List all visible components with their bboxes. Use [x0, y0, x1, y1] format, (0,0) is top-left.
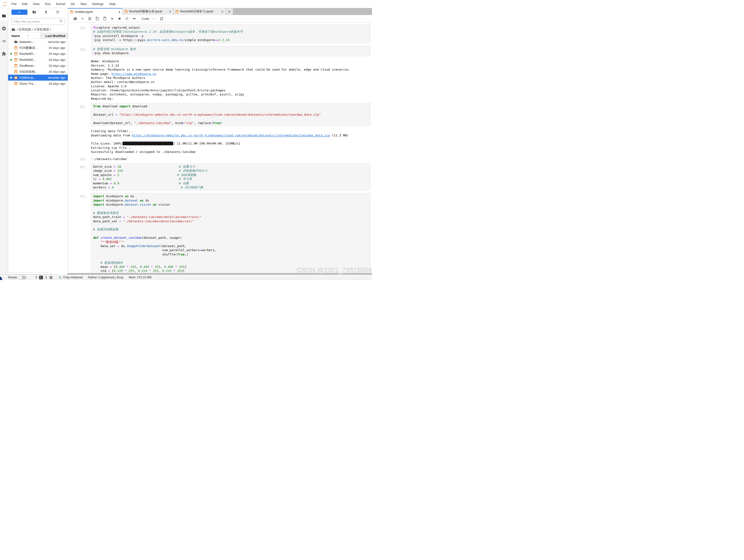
notebook-file-icon — [14, 52, 17, 55]
cell-input-prompt: [2]: — [79, 46, 91, 56]
tab-bar: Untitled.ipynb●ResNet50图像分类.ipynb✕ResNet… — [68, 8, 372, 15]
dirty-indicator: ● — [119, 10, 120, 13]
cell-output-prompt: [3]: — [79, 156, 91, 161]
sort-by-name-header[interactable]: Name — [8, 33, 40, 39]
extensions-icon[interactable] — [0, 49, 8, 58]
file-row[interactable]: FCN图像语...16 days ago — [8, 45, 68, 51]
cut-cell-icon[interactable] — [88, 17, 92, 21]
menu-item-edit[interactable]: Edit — [19, 2, 30, 6]
file-row[interactable]: Vision Tra...16 days ago — [8, 81, 68, 87]
refresh-icon[interactable] — [55, 10, 60, 14]
breadcrumb[interactable]: / 应用实践 / 计算机视觉 / — [8, 26, 68, 33]
file-name: SSD目标检... — [19, 70, 48, 74]
folder-icon[interactable] — [0, 11, 8, 21]
new-tab-button[interactable]: + — [226, 8, 233, 15]
code-cell-input[interactable]: # 查看当前 mindspore 版本!pip show mindspore — [91, 46, 371, 56]
stop-kernel-icon[interactable] — [118, 17, 121, 21]
file-row[interactable]: SSD目标检...16 days ago — [8, 69, 68, 75]
cell-output-prompt — [79, 128, 91, 154]
code-cell-input[interactable]: from download import download dataset_ur… — [91, 103, 371, 126]
lsp-status-text: Fully initialized — [63, 276, 82, 279]
notebook-file-icon — [14, 46, 17, 50]
menu-item-git[interactable]: Git — [68, 2, 77, 6]
file-modified: 16 days ago — [48, 64, 68, 68]
copy-cell-icon[interactable] — [96, 17, 99, 21]
new-launcher-button[interactable]: + — [11, 9, 28, 15]
sort-by-modified-header[interactable]: Last Modified — [40, 33, 68, 39]
kernel-sessions-icon[interactable] — [49, 276, 53, 280]
notebook-file-icon — [124, 10, 128, 13]
kernel-count: 3 — [45, 276, 47, 279]
file-browser-scrollbar[interactable] — [6, 273, 51, 275]
file-name: Vision Tra... — [19, 82, 48, 85]
chevron-down-icon[interactable] — [152, 17, 155, 20]
running-status-dot — [10, 53, 12, 54]
notebook-file-icon — [70, 10, 73, 13]
file-row[interactable]: Untitled.ip...seconds ago — [8, 75, 68, 81]
restart-run-all-icon[interactable] — [133, 17, 136, 21]
file-list-header: Name Last Modified — [8, 33, 68, 39]
cell-output: './datasets-Canidae' — [91, 156, 372, 161]
menu-item-settings[interactable]: Settings — [89, 2, 106, 6]
file-modified: 16 days ago — [48, 52, 68, 55]
folder-icon — [14, 40, 17, 44]
restart-kernel-icon[interactable] — [125, 17, 129, 21]
file-browser-panel: + / 应用实践 / 计算机视觉 / Name Last Modified da… — [8, 8, 68, 275]
notebook-tab[interactable]: Untitled.ipynb● — [68, 8, 122, 15]
activity-bar — [0, 8, 8, 275]
table-of-contents-icon[interactable] — [0, 36, 8, 46]
name-column-label: Name — [11, 34, 20, 38]
file-row[interactable]: ResNet50...16 days ago — [8, 51, 68, 57]
new-folder-icon[interactable] — [32, 10, 36, 14]
running-kernels-icon[interactable] — [0, 24, 8, 33]
file-filter-input[interactable] — [13, 19, 59, 24]
jupyter-logo — [2, 1, 8, 7]
upload-icon[interactable] — [44, 10, 48, 14]
menu-item-run[interactable]: Run — [42, 2, 53, 6]
home-folder-icon[interactable] — [11, 28, 15, 32]
file-row[interactable]: datasets-...seconds ago — [8, 39, 68, 45]
kernel-status-text[interactable]: Python 3 (ipykernel) | Busy — [88, 276, 123, 279]
add-cell-icon[interactable] — [81, 17, 84, 21]
code-cell-input[interactable]: batch_size = 18 # 批量大小image_size = 224 #… — [91, 163, 371, 191]
cell-output-row: [3]:'./datasets-Canidae' — [79, 156, 372, 161]
terminal-icon[interactable]: $_ — [39, 276, 43, 279]
cell-input-prompt: [3]: — [79, 103, 91, 126]
running-status-dot — [10, 77, 12, 78]
code-cell-input[interactable]: %%capture captured_output# 实验环境已经预装了mind… — [91, 24, 371, 43]
run-cell-icon[interactable] — [110, 17, 114, 21]
menu-item-file[interactable]: File — [9, 2, 19, 6]
notebook-tab[interactable]: ResNet50迁移学习.ipynb✕ — [174, 8, 226, 15]
code-cell-input[interactable]: import mindspore as msimport mindspore.d… — [91, 193, 371, 275]
notebook-file-icon — [14, 70, 17, 74]
menu-item-help[interactable]: Help — [106, 2, 118, 6]
file-filter-box — [11, 18, 65, 25]
notebook-file-icon — [14, 64, 17, 68]
paste-cell-icon[interactable] — [103, 17, 107, 21]
menu-item-tabs[interactable]: Tabs — [77, 2, 89, 6]
notebook-file-icon — [14, 82, 17, 85]
sort-ascending-icon — [27, 35, 29, 37]
tab-label: ResNet50迁移学习.ipynb — [180, 9, 213, 13]
cell-input-prompt: [4]: — [79, 163, 91, 191]
output-link[interactable]: https://mindspore-website.obs.cn-north-4… — [132, 133, 330, 137]
cell-input-prompt: [*]: — [79, 193, 91, 275]
notebook-file-icon — [14, 76, 17, 79]
lsp-status-icon — [58, 276, 62, 280]
menu-item-view[interactable]: View — [30, 2, 42, 6]
close-icon[interactable]: ✕ — [221, 10, 224, 13]
notebook-tab[interactable]: ResNet50图像分类.ipynb✕ — [122, 8, 174, 15]
notebook-file-icon — [14, 58, 17, 62]
cell-type-dropdown[interactable]: Code — [142, 17, 149, 21]
file-name: ResNet50... — [19, 52, 48, 55]
file-modified: 16 days ago — [48, 58, 68, 62]
file-row[interactable]: Shufflenet...16 days ago — [8, 63, 68, 69]
output-link[interactable]: https://www.mindspore.cn — [111, 72, 156, 76]
simple-mode-toggle[interactable] — [19, 276, 26, 279]
close-icon[interactable]: ✕ — [169, 10, 171, 13]
file-name: FCN图像语... — [19, 46, 48, 50]
menu-item-kernel[interactable]: Kernel — [53, 2, 68, 6]
save-icon[interactable] — [73, 17, 77, 21]
cell-input-prompt: [1]: — [79, 24, 91, 43]
file-row[interactable]: ResNet50...16 days ago — [8, 57, 68, 63]
